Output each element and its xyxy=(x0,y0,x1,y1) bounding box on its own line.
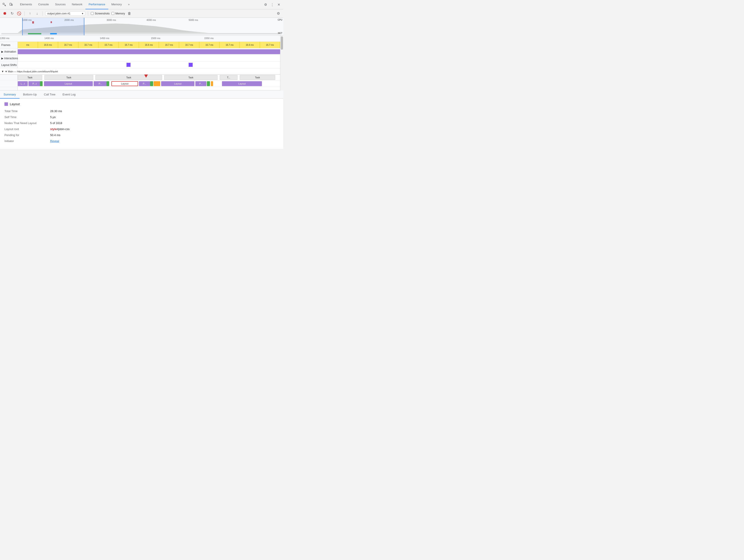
activity-green-3[interactable] xyxy=(150,81,153,86)
summary-row-nodes: Nodes That Need Layout 5 of 1618 xyxy=(4,121,279,125)
frame-cell-7[interactable]: 16.7 ms xyxy=(159,42,179,48)
bottom-panel: Summary Bottom-Up Call Tree Event Log La… xyxy=(0,90,283,149)
activity-yellow-2[interactable] xyxy=(211,81,213,86)
interactions-track-content xyxy=(18,55,280,62)
tab-summary[interactable]: Summary xyxy=(0,90,20,99)
tab-bottom-up[interactable]: Bottom-Up xyxy=(20,90,40,99)
main-section-header: ▼ ▼ Main — https://output.jsbin.com/elis… xyxy=(0,68,280,75)
layout-shifts-row: Layout Shifts xyxy=(0,62,280,68)
tab-sources[interactable]: Sources xyxy=(52,0,69,9)
upload-button[interactable]: ↑ xyxy=(27,11,33,16)
activity-yellow[interactable] xyxy=(154,81,160,86)
frame-cell-6[interactable]: 16.6 ms xyxy=(139,42,159,48)
screenshots-label: Screenshots xyxy=(95,12,110,15)
activity-p-3[interactable]: P... xyxy=(139,81,150,86)
activity-p-2[interactable]: P... xyxy=(94,81,107,86)
overview-label-3000: 3000 ms xyxy=(107,18,116,21)
tab-memory[interactable]: Memory xyxy=(108,0,125,9)
timeline-ruler: 1350 ms 1400 ms 1450 ms 1500 ms 1550 ms xyxy=(0,36,280,42)
frame-cell-12[interactable]: 16.7 ms xyxy=(260,42,280,48)
layout-shifts-label: Layout Shifts xyxy=(0,62,18,68)
animation-bar[interactable] xyxy=(18,49,280,54)
frames-label: Frames xyxy=(0,42,18,48)
activity-pt-1[interactable]: P...t xyxy=(28,81,41,86)
scrollbar-thumb[interactable] xyxy=(281,36,283,50)
frame-cell-5[interactable]: 16.7 ms xyxy=(119,42,139,48)
interactions-label[interactable]: ▶ Interactions xyxy=(0,55,18,62)
frame-cell-4[interactable]: 16.7 ms xyxy=(99,42,119,48)
tab-elements[interactable]: Elements xyxy=(17,0,35,9)
activity-green-1[interactable] xyxy=(40,81,43,86)
frame-cell-11[interactable]: 16.6 ms xyxy=(240,42,260,48)
summary-row-self-time: Self Time 5 μs xyxy=(4,115,279,119)
activity-green-2[interactable] xyxy=(107,81,109,86)
interactions-row: ▶ Interactions xyxy=(0,55,280,62)
activity-p-4[interactable]: P... xyxy=(195,81,207,86)
animation-label[interactable]: ▶ Animation xyxy=(0,48,18,55)
svg-rect-2 xyxy=(11,4,12,5)
tab-more[interactable]: » xyxy=(125,0,133,9)
screenshots-checkbox-label[interactable]: Screenshots xyxy=(91,12,110,15)
frame-cell-10[interactable]: 16.7 ms xyxy=(220,42,240,48)
nodes-label: Nodes That Need Layout xyxy=(4,121,49,125)
memory-checkbox-label[interactable]: Memory xyxy=(111,12,125,15)
activity-layout-1[interactable]: Layout xyxy=(44,81,93,86)
activity-green-4[interactable] xyxy=(207,81,210,86)
activity-layout-2[interactable]: Layout xyxy=(161,81,194,86)
layout-root-hash: #jsbin-css xyxy=(57,127,70,131)
more-icon[interactable]: ⋮ xyxy=(269,2,275,7)
device-toggle-icon[interactable] xyxy=(8,2,14,7)
total-time-label: Total Time xyxy=(4,109,49,113)
task-block-5[interactable]: T... xyxy=(220,75,237,80)
record-button[interactable]: ⏺ xyxy=(2,11,7,16)
svg-rect-1 xyxy=(10,3,11,5)
frame-cell-0[interactable]: ms xyxy=(18,42,38,48)
activity-content: L...t P...t Layout P... Layout P... xyxy=(18,80,280,87)
tab-network[interactable]: Network xyxy=(69,0,86,9)
frame-cell-3[interactable]: 16.7 ms xyxy=(78,42,99,48)
bottom-tabs: Summary Bottom-Up Call Tree Event Log xyxy=(0,90,283,99)
task-block-4[interactable]: Task xyxy=(164,75,218,80)
task-block-1[interactable]: Task xyxy=(18,75,42,80)
close-icon[interactable]: ✕ xyxy=(276,2,282,7)
timeline-selection[interactable] xyxy=(22,18,84,35)
tab-event-log[interactable]: Event Log xyxy=(59,90,79,99)
settings-icon[interactable]: ⚙ xyxy=(263,2,268,7)
frame-cell-1[interactable]: 16.6 ms xyxy=(38,42,58,48)
tab-console[interactable]: Console xyxy=(35,0,52,9)
timeline-scrollbar[interactable] xyxy=(280,36,283,90)
screenshots-checkbox[interactable] xyxy=(91,12,94,15)
activity-layout-selected[interactable]: Layout xyxy=(111,81,138,86)
activity-layout-3[interactable]: Layout xyxy=(222,81,262,86)
capture-settings-icon[interactable]: ⚙ xyxy=(276,11,281,16)
activity-spacer xyxy=(0,80,18,87)
overview-label-4000: 4000 ms xyxy=(147,18,156,21)
tab-performance[interactable]: Performance xyxy=(85,0,108,9)
devtools-control-icons xyxy=(2,2,14,7)
task-block-2[interactable]: Task xyxy=(44,75,93,80)
frame-cell-8[interactable]: 16.7 ms xyxy=(179,42,199,48)
task-block-6[interactable]: Task xyxy=(240,75,275,80)
summary-color-indicator xyxy=(4,102,8,106)
overview-cpu-label: CPU xyxy=(278,18,282,21)
initiator-reveal-link[interactable]: Reveal xyxy=(50,139,59,143)
reload-button[interactable]: ↻ xyxy=(9,11,15,16)
tab-call-tree[interactable]: Call Tree xyxy=(40,90,59,99)
inspect-element-icon[interactable] xyxy=(2,2,7,7)
download-button[interactable]: ↓ xyxy=(34,11,40,16)
frame-cell-9[interactable]: 16.7 ms xyxy=(199,42,220,48)
url-dropdown[interactable]: output.jsbin.com #1 ▾ xyxy=(45,11,85,16)
ruler-tick-1500: 1500 ms xyxy=(151,37,160,39)
performance-toolbar: ⏺ ↻ 🚫 ↑ ↓ output.jsbin.com #1 ▾ Screensh… xyxy=(0,9,283,18)
frame-cell-2[interactable]: 16.7 ms xyxy=(58,42,78,48)
layout-shift-block-1[interactable] xyxy=(126,63,131,67)
layout-shift-block-2[interactable] xyxy=(189,63,193,67)
memory-checkbox-label-text: Memory xyxy=(115,12,125,15)
delete-recording-button[interactable]: 🗑 xyxy=(127,11,132,16)
activity-lt[interactable]: L...t xyxy=(18,81,28,86)
memory-checkbox[interactable] xyxy=(111,12,114,15)
main-label[interactable]: ▼ ▼ Main — https://output.jsbin.com/elis… xyxy=(0,70,280,73)
clear-button[interactable]: 🚫 xyxy=(16,11,22,16)
devtools-tabs: Elements Console Sources Network Perform… xyxy=(17,0,262,9)
task-block-3[interactable]: Task xyxy=(96,75,162,80)
